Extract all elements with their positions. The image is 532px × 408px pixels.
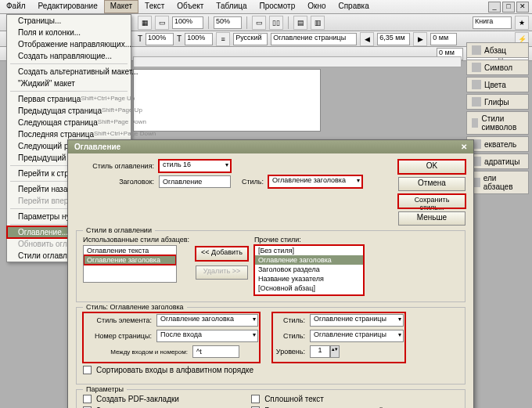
remove-button[interactable]: Удалить >> (196, 265, 248, 280)
dropdown-item[interactable]: Создать альтернативный макет... (7, 66, 131, 78)
dropdown-item[interactable]: Создать направляющие... (7, 50, 131, 62)
element-style-label: Стиль элемента: (84, 316, 152, 324)
panel-label: Абзац (484, 46, 506, 55)
panel-stack: АбзацСимволЦветаГлифыСтили символовекват… (466, 42, 529, 196)
menu-object[interactable]: Объект (171, 0, 210, 13)
dropdown-item[interactable]: Следующая страницаShift+Page Down (7, 117, 131, 128)
tool-star-icon[interactable]: ★ (515, 16, 529, 30)
add-button[interactable]: << Добавить (196, 247, 248, 261)
between-input[interactable] (192, 345, 239, 358)
style-a-label: Стиль: (274, 316, 305, 324)
dim-1[interactable]: 6,35 мм (377, 33, 410, 45)
pdf-bookmarks-label: Создать PDF-закладки (96, 395, 179, 403)
main-menubar: Файл Редактирование Макет Текст Объект Т… (0, 0, 532, 14)
locale-select[interactable]: Русский (233, 33, 268, 45)
toc-style-label: Стиль оглавления: (76, 162, 154, 170)
sort-checkbox[interactable] (83, 366, 92, 374)
maximize-button[interactable]: □ (502, 2, 515, 13)
page-number-label: Номер страницы: (84, 332, 152, 340)
dropdown-item[interactable]: "Жидкий" макет (7, 78, 131, 89)
minimize-button[interactable]: _ (488, 2, 501, 13)
panel-icon (472, 80, 481, 89)
pdf-bookmarks-checkbox[interactable] (83, 395, 92, 403)
dialog-close-icon[interactable]: ✕ (461, 143, 467, 151)
save-style-button[interactable]: Сохранить стиль... (398, 194, 466, 208)
cancel-button[interactable]: Отмена (398, 177, 466, 191)
zoom-1[interactable]: 100% (172, 16, 203, 29)
menu-view[interactable]: Просмотр (253, 0, 302, 13)
panel-item[interactable]: Абзац (466, 42, 529, 58)
menu-text[interactable]: Текст (138, 0, 171, 13)
menu-layout[interactable]: Макет (104, 0, 138, 13)
text-size-1[interactable]: 100% (146, 33, 174, 45)
list-item[interactable]: [Основной абзац] (255, 283, 363, 293)
style-b-select[interactable]: Оглавление страницы (310, 330, 404, 342)
level-label: Уровень: (274, 348, 305, 356)
dropdown-item[interactable]: Последняя страницаShift+Ctrl+Page Down (7, 128, 131, 140)
tool-a-icon[interactable]: ▤ (293, 16, 307, 30)
text-size-2[interactable]: 100% (185, 33, 213, 45)
runin-label: Сплошной текст (264, 395, 324, 403)
panel-icon (472, 97, 481, 107)
list-item[interactable]: Оглавление заголовка (84, 255, 176, 265)
list-item[interactable]: [Без стиля] (255, 246, 363, 255)
dropdown-item[interactable]: Отображение направляющих... (7, 38, 131, 50)
panel-item[interactable]: адратицы (466, 153, 529, 169)
other-styles-list[interactable]: [Без стиля] Оглавление заголовка Заголов… (254, 245, 364, 295)
less-button[interactable]: Меньше (398, 211, 466, 226)
type-label-1: T (138, 34, 142, 43)
para-style-select[interactable]: Оглавление страницы (271, 33, 357, 45)
styles-in-toc-fieldset: Стили в оглавлении Использованные стили … (76, 230, 466, 302)
dialog-titlebar[interactable]: Оглавление ✕ (68, 140, 473, 153)
panel-label: Глифы (484, 98, 509, 107)
close-button[interactable]: ✕ (516, 2, 529, 13)
dropdown-item[interactable]: Страницы... (7, 15, 131, 27)
panel-item[interactable]: Стили символов (466, 111, 529, 135)
used-styles-list[interactable]: Оглавление текста Оглавление заголовка (83, 245, 177, 283)
indent-left-icon[interactable]: ◀ (360, 32, 374, 46)
title-input[interactable] (159, 175, 231, 188)
panel-item[interactable]: ели абзацев (466, 171, 529, 194)
panel-label: Символ (484, 63, 512, 72)
title-style-label: Стиль: (235, 178, 264, 186)
menu-edit[interactable]: Редактирование (32, 0, 104, 13)
ok-button[interactable]: OK (398, 160, 466, 174)
list-item[interactable]: Название указателя (255, 274, 363, 283)
zoom-2[interactable]: 50% (214, 16, 242, 29)
tool-page-icon[interactable]: ▭ (252, 16, 266, 30)
runin-checkbox[interactable] (251, 395, 260, 403)
list-item[interactable]: Оглавление текста (84, 246, 176, 255)
tool-spread-icon[interactable]: ▯▯ (269, 16, 283, 30)
dropdown-item[interactable]: Первая страницаShift+Ctrl+Page Up (7, 93, 131, 105)
list-item[interactable]: Оглавление заголовка (255, 255, 363, 265)
dim-2[interactable]: 0 мм (430, 33, 457, 45)
tool-b-icon[interactable]: ▥ (311, 16, 325, 30)
menu-file[interactable]: Файл (0, 0, 32, 13)
page-number-select[interactable]: После входа (156, 330, 258, 342)
panel-item[interactable]: екватель (466, 136, 529, 152)
list-item[interactable]: Заголовок раздела (255, 265, 363, 274)
book-select[interactable]: Книга (473, 16, 512, 29)
dropdown-item[interactable]: Предыдущая страницаShift+Page Up (7, 105, 131, 117)
level-spinner[interactable]: 1▴▾ (310, 345, 340, 358)
menu-table[interactable]: Таблица (210, 0, 253, 13)
tool-select-icon[interactable]: ▭ (155, 16, 169, 30)
align-icon[interactable]: ≡ (216, 32, 230, 46)
style-b-label: Стиль: (274, 332, 305, 340)
tool-grid-icon[interactable]: ▦ (138, 16, 152, 30)
element-style-select[interactable]: Оглавление заголовка (156, 314, 258, 327)
panel-item[interactable]: Глифы (466, 94, 529, 110)
entry-style-legend: Стиль: Оглавление заголовка (83, 303, 187, 311)
title-style-select[interactable]: Оглавление заголовка (268, 175, 362, 188)
type-label-2: T (177, 34, 182, 43)
toc-dialog: Оглавление ✕ Стиль оглавления: стиль 16 … (67, 139, 474, 408)
panel-item[interactable]: Символ (466, 60, 529, 75)
toc-style-select[interactable]: стиль 16 (159, 160, 231, 172)
indent-right-icon[interactable]: ▶ (413, 32, 427, 46)
dropdown-item[interactable]: Поля и колонки... (7, 27, 131, 38)
style-a-select[interactable]: Оглавление страницы (310, 314, 404, 327)
panel-item[interactable]: Цвета (466, 77, 529, 92)
params-fieldset: Параметры Создать PDF-закладки ✓Заменить… (76, 389, 466, 408)
menu-window[interactable]: Окно (301, 0, 332, 13)
menu-help[interactable]: Справка (332, 0, 375, 13)
